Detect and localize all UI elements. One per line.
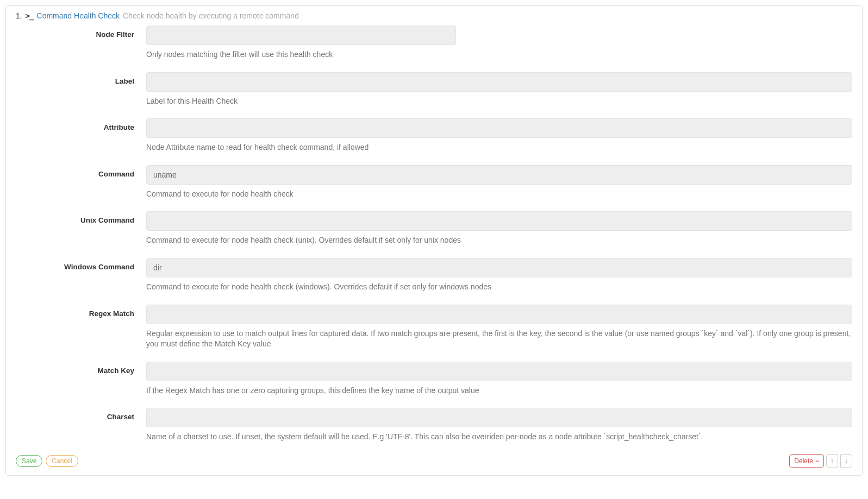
row-windows-command: Windows Command Command to execute for n… xyxy=(16,258,852,293)
label-node-filter: Node Filter xyxy=(16,26,146,39)
panel-header: 1. >_ Command Health Check Check node he… xyxy=(16,11,852,20)
item-number: 1. xyxy=(16,11,22,20)
row-charset: Charset Name of a charset to use. If uns… xyxy=(16,408,852,443)
arrow-up-icon: ↑ xyxy=(830,457,834,465)
help-node-filter: Only nodes matching the filter will use … xyxy=(146,49,852,60)
help-charset: Name of a charset to use. If unset, the … xyxy=(146,432,852,443)
panel-description: Check node health by executing a remote … xyxy=(123,11,299,20)
help-windows-command: Command to execute for node health check… xyxy=(146,282,852,293)
cancel-button[interactable]: Cancel xyxy=(46,455,78,467)
help-match-key: If the Regex Match has one or zero captu… xyxy=(146,386,852,396)
command-input[interactable] xyxy=(146,165,852,185)
minus-icon: − xyxy=(815,457,819,465)
delete-button[interactable]: Delete − xyxy=(789,454,824,468)
windows-command-input[interactable] xyxy=(146,258,852,277)
regex-match-input[interactable] xyxy=(146,305,852,324)
health-check-panel: 1. >_ Command Health Check Check node he… xyxy=(5,5,863,476)
label-input[interactable] xyxy=(146,72,852,92)
save-button[interactable]: Save xyxy=(16,455,42,467)
label-charset: Charset xyxy=(16,408,146,421)
move-down-button[interactable]: ↓ xyxy=(840,454,852,468)
label-windows-command: Windows Command xyxy=(16,258,146,271)
charset-input[interactable] xyxy=(146,408,852,427)
move-up-button[interactable]: ↑ xyxy=(826,454,838,468)
row-match-key: Match Key If the Regex Match has one or … xyxy=(16,362,852,396)
attribute-input[interactable] xyxy=(146,118,852,138)
panel-footer: Save Cancel Delete − ↑ ↓ xyxy=(16,454,852,468)
label-label: Label xyxy=(16,72,146,85)
label-unix-command: Unix Command xyxy=(16,211,146,224)
node-filter-input[interactable] xyxy=(146,26,456,45)
help-attribute: Node Attribute name to read for health c… xyxy=(146,142,852,153)
arrow-down-icon: ↓ xyxy=(845,457,848,465)
row-attribute: Attribute Node Attribute name to read fo… xyxy=(16,118,852,153)
unix-command-input[interactable] xyxy=(146,211,852,231)
row-node-filter: Node Filter Only nodes matching the filt… xyxy=(16,26,852,60)
help-unix-command: Command to execute for node health check… xyxy=(146,235,852,246)
row-unix-command: Unix Command Command to execute for node… xyxy=(16,211,852,246)
match-key-input[interactable] xyxy=(146,362,852,381)
row-label: Label Label for this Health Check xyxy=(16,72,852,107)
help-regex-match: Regular expression to use to match outpu… xyxy=(146,329,852,350)
label-attribute: Attribute xyxy=(16,118,146,131)
help-command: Command to execute for node health check xyxy=(146,189,852,200)
row-command: Command Command to execute for node heal… xyxy=(16,165,852,200)
label-regex-match: Regex Match xyxy=(16,305,146,318)
row-regex-match: Regex Match Regular expression to use to… xyxy=(16,305,852,350)
help-label: Label for this Health Check xyxy=(146,96,852,107)
label-match-key: Match Key xyxy=(16,362,146,375)
label-command: Command xyxy=(16,165,146,178)
terminal-icon: >_ xyxy=(26,11,34,20)
panel-title[interactable]: Command Health Check xyxy=(37,11,120,20)
